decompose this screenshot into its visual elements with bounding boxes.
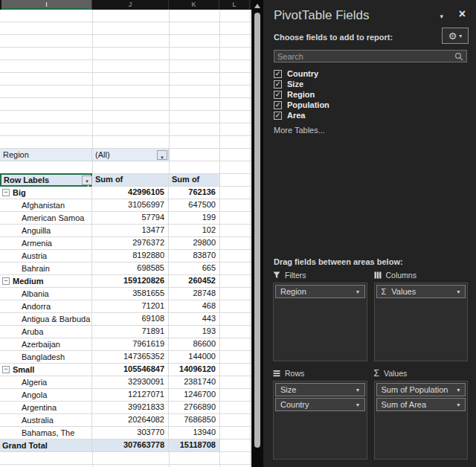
pivot-label-cell[interactable]: − American Samoa <box>0 212 92 224</box>
area-value-cell[interactable]: 762136 <box>169 187 219 199</box>
values-pill-sum-of-area[interactable]: Sum of Area ▼ <box>376 398 466 411</box>
scroll-up-arrow-icon[interactable] <box>254 4 260 8</box>
collapse-icon[interactable]: − <box>2 189 10 196</box>
population-value-cell[interactable]: 2976372 <box>92 237 169 249</box>
sum-of-area-header-cell[interactable]: Sum of Area <box>169 174 219 186</box>
row-labels-header-cell[interactable]: Row Labels <box>0 174 92 186</box>
chevron-down-icon[interactable]: ▼ <box>356 289 361 294</box>
pivot-label-cell[interactable]: − Aruba <box>0 326 92 338</box>
area-value-cell[interactable]: 14096120 <box>169 364 219 376</box>
column-header-k[interactable]: K <box>169 0 219 10</box>
field-item-size[interactable]: ✓ Size <box>274 79 329 89</box>
pivot-label-cell[interactable]: − Algeria <box>0 376 92 388</box>
population-value-cell[interactable]: 698585 <box>92 263 169 274</box>
population-value-cell[interactable]: 12127071 <box>92 389 169 401</box>
collapse-icon[interactable]: − <box>2 277 10 285</box>
column-header-i[interactable]: I <box>1 0 92 10</box>
pivot-label-cell[interactable]: − Armenia <box>0 237 92 249</box>
area-value-cell[interactable]: 260452 <box>169 275 219 287</box>
field-item-area[interactable]: ✓ Area <box>274 110 329 120</box>
population-value-cell[interactable]: 20264082 <box>92 414 169 426</box>
scrollbar-thumb[interactable] <box>254 13 260 448</box>
pivot-label-cell[interactable]: − Angola <box>0 389 92 401</box>
population-value-cell[interactable]: 147365352 <box>92 351 169 363</box>
population-value-cell[interactable]: 42996105 <box>92 187 169 199</box>
population-value-cell[interactable]: 13477 <box>92 225 169 236</box>
sum-of-population-header-cell[interactable]: Sum of Population <box>92 174 169 186</box>
population-value-cell[interactable]: 105546847 <box>92 364 169 376</box>
pivot-label-cell[interactable]: − Afghanistan <box>0 199 92 211</box>
chevron-down-icon[interactable]: ▼ <box>456 289 461 294</box>
population-value-cell[interactable]: 57794 <box>92 212 169 224</box>
filter-dropdown-button[interactable]: ▼ <box>157 150 167 160</box>
area-value-cell[interactable]: 29800 <box>169 237 219 249</box>
pivot-label-cell[interactable]: − Andorra <box>0 300 92 312</box>
chevron-down-icon[interactable]: ▼ <box>456 402 461 408</box>
rows-area-box[interactable]: Size ▼ Country ▼ <box>273 381 367 460</box>
chevron-down-icon[interactable]: ▼ <box>356 387 361 393</box>
area-value-cell[interactable]: 443 <box>169 313 219 325</box>
population-value-cell[interactable]: 31056997 <box>92 199 169 211</box>
checkbox-checked-icon[interactable]: ✓ <box>274 101 282 109</box>
area-value-cell[interactable]: 665 <box>169 263 219 274</box>
pivot-label-cell[interactable]: − Bangladesh <box>0 351 92 363</box>
area-value-cell[interactable]: 468 <box>169 300 219 312</box>
pivot-label-cell[interactable]: − Australia <box>0 414 92 426</box>
filters-pill-region[interactable]: Region ▼ <box>275 285 365 298</box>
field-item-country[interactable]: ✓ Country <box>274 68 329 79</box>
row-labels-dropdown-button[interactable]: ▼ <box>82 175 92 185</box>
population-value-cell[interactable]: 159120826 <box>92 275 169 287</box>
population-value-cell[interactable]: 3581655 <box>92 288 169 300</box>
pane-menu-arrow-icon[interactable]: ▾ <box>440 13 443 20</box>
pivot-label-cell[interactable]: − Big <box>0 187 92 199</box>
pivot-label-cell[interactable]: − Argentina <box>0 402 92 413</box>
tools-button[interactable]: ⚙ ▾ <box>442 28 469 44</box>
rows-pill-size[interactable]: Size ▼ <box>275 383 365 396</box>
area-value-cell[interactable]: 102 <box>169 225 219 236</box>
checkbox-checked-icon[interactable]: ✓ <box>274 112 282 120</box>
pivot-label-cell[interactable]: − Grand Total <box>0 439 92 451</box>
search-input[interactable] <box>274 51 466 62</box>
checkbox-checked-icon[interactable]: ✓ <box>274 80 282 88</box>
area-value-cell[interactable]: 2766890 <box>169 402 219 413</box>
area-value-cell[interactable]: 13940 <box>169 427 219 439</box>
pivot-label-cell[interactable]: − Azerbaijan <box>0 338 92 350</box>
population-value-cell[interactable]: 8192880 <box>92 250 169 262</box>
population-value-cell[interactable]: 307663778 <box>92 439 169 451</box>
checkbox-checked-icon[interactable]: ✓ <box>274 70 282 78</box>
column-header-l[interactable]: L <box>219 0 250 10</box>
more-tables-link[interactable]: More Tables... <box>274 126 325 135</box>
filter-label-cell[interactable]: Region <box>0 149 92 161</box>
population-value-cell[interactable]: 39921833 <box>92 402 169 413</box>
values-pill-sum-of-population[interactable]: Sum of Population ▼ <box>376 383 466 396</box>
area-value-cell[interactable]: 83870 <box>169 250 219 262</box>
pivot-label-cell[interactable]: − Bahamas, The <box>0 427 92 439</box>
area-value-cell[interactable]: 647500 <box>169 199 219 211</box>
population-value-cell[interactable]: 71201 <box>92 300 169 312</box>
area-value-cell[interactable]: 86600 <box>169 338 219 350</box>
area-value-cell[interactable]: 7686850 <box>169 414 219 426</box>
chevron-down-icon[interactable]: ▼ <box>456 387 461 393</box>
field-item-region[interactable]: ✓ Region <box>274 89 329 100</box>
sheet-vertical-scrollbar[interactable] <box>251 0 263 467</box>
filters-area-box[interactable]: Region ▼ <box>273 283 367 361</box>
pivot-label-cell[interactable]: − Bahrain <box>0 263 92 274</box>
pivot-label-cell[interactable]: − Anguilla <box>0 225 92 236</box>
area-value-cell[interactable]: 193 <box>169 326 219 338</box>
area-value-cell[interactable]: 199 <box>169 212 219 224</box>
population-value-cell[interactable]: 7961619 <box>92 338 169 350</box>
pivot-label-cell[interactable]: − Albania <box>0 288 92 300</box>
columns-pill-values[interactable]: Σ Values ▼ <box>376 285 466 298</box>
field-item-population[interactable]: ✓ Population <box>274 100 329 110</box>
pivot-label-cell[interactable]: − Small <box>0 364 92 376</box>
pivot-label-cell[interactable]: − Medium <box>0 275 92 287</box>
area-value-cell[interactable]: 144000 <box>169 351 219 363</box>
population-value-cell[interactable]: 71891 <box>92 326 169 338</box>
pivot-label-cell[interactable]: − Austria <box>0 250 92 262</box>
rows-pill-country[interactable]: Country ▼ <box>275 398 365 411</box>
values-area-box[interactable]: Sum of Population ▼ Sum of Area ▼ <box>374 381 469 460</box>
columns-area-box[interactable]: Σ Values ▼ <box>374 283 469 361</box>
area-value-cell[interactable]: 28748 <box>169 288 219 300</box>
collapse-icon[interactable]: − <box>2 366 10 373</box>
population-value-cell[interactable]: 32930091 <box>92 376 169 388</box>
